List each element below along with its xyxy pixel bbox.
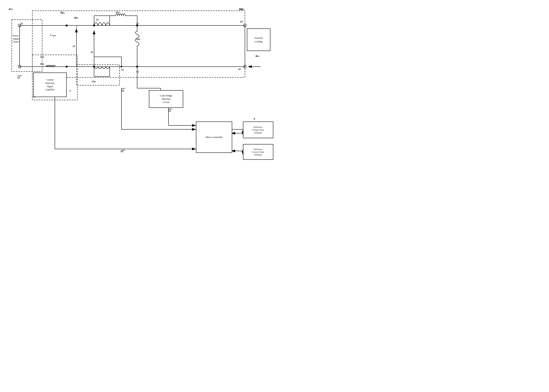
label-8: 8 bbox=[254, 117, 255, 120]
label-32: 32 bbox=[90, 50, 93, 54]
microcontroller-box: Micro-controller bbox=[196, 121, 232, 153]
label-S3: S3 bbox=[168, 109, 171, 112]
svg-rect-35 bbox=[76, 65, 119, 85]
label-41a: 41a bbox=[40, 55, 44, 58]
label-51a: 51a bbox=[116, 11, 119, 14]
label-100a: 100a bbox=[239, 7, 244, 11]
current-detection-box: CurrentDetectionSignalAmplifier bbox=[33, 72, 67, 97]
ref-current-box: ReferenceCurrent ValueDatabase bbox=[243, 144, 273, 160]
power-supply-label: PowerSupplySource bbox=[13, 34, 34, 43]
label-1: 1 bbox=[9, 7, 10, 11]
label-22: 22 bbox=[96, 18, 98, 21]
label-34: 34 bbox=[238, 68, 241, 71]
svg-point-30 bbox=[66, 66, 68, 68]
label-3: 3 bbox=[69, 89, 71, 92]
svg-point-31 bbox=[93, 66, 95, 68]
label-21: 21 bbox=[74, 16, 76, 19]
label-31: 31 bbox=[72, 45, 75, 48]
label-53a: 53a bbox=[92, 80, 96, 83]
label-54: 54 bbox=[136, 70, 139, 73]
label-9: 9 bbox=[256, 55, 257, 58]
ref-voltage-box: ReferenceVoltage ValueDatabase bbox=[243, 121, 273, 138]
label-S2: S2 bbox=[121, 89, 124, 92]
external-loading-box: ExternalLoading bbox=[247, 28, 270, 51]
label-33: 33 bbox=[121, 68, 124, 71]
label-52a: 52a bbox=[136, 38, 140, 41]
label-S1: S1 bbox=[120, 150, 123, 153]
label-23: 23 bbox=[136, 22, 139, 25]
label-42a: 42a bbox=[40, 62, 44, 65]
svg-point-27 bbox=[66, 25, 68, 27]
label-24: 24 bbox=[240, 20, 243, 23]
svg-rect-33 bbox=[12, 20, 42, 71]
label-12: 12 bbox=[17, 76, 20, 79]
diagram-container: 1 11 2 21 22 23 24 31 32 33 34 3 41a 42a… bbox=[0, 0, 275, 196]
label-11: 11 bbox=[21, 22, 23, 25]
svg-rect-32 bbox=[32, 11, 245, 77]
label-2: 2 bbox=[50, 33, 51, 36]
load-voltage-box: Load VoltageDetectionCircuit bbox=[149, 90, 183, 108]
label-5a: 5a bbox=[60, 11, 63, 14]
